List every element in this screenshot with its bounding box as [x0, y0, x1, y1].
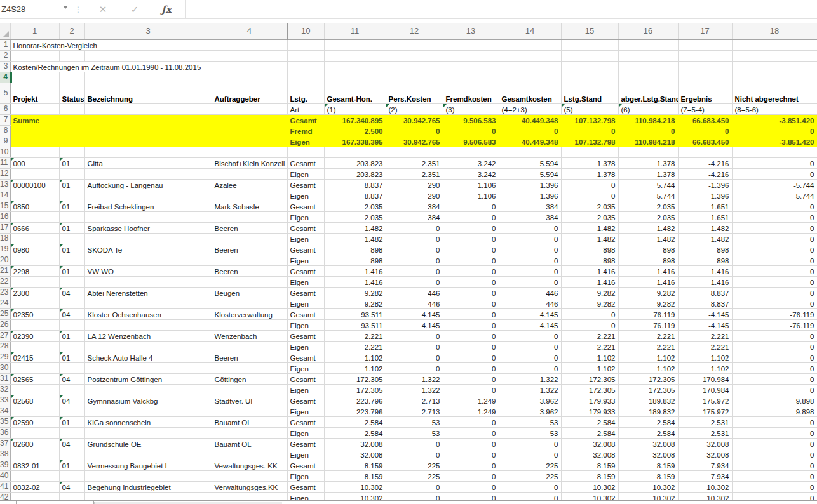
- cell[interactable]: 0: [386, 233, 443, 244]
- cell[interactable]: 1.482: [561, 222, 618, 233]
- cell[interactable]: 2.221: [678, 341, 732, 352]
- cell[interactable]: 32.008: [618, 449, 678, 460]
- row-header[interactable]: 21: [0, 265, 10, 276]
- cell[interactable]: [212, 72, 287, 83]
- column-header[interactable]: 1: [10, 23, 59, 39]
- cell[interactable]: 167.338.395: [324, 136, 386, 147]
- cell[interactable]: 2.221: [561, 341, 618, 352]
- cell[interactable]: 172.305: [618, 373, 678, 384]
- cell[interactable]: [324, 61, 386, 72]
- cell[interactable]: 172.305: [618, 384, 678, 395]
- cell[interactable]: 0: [499, 362, 561, 373]
- enter-button[interactable]: ✓: [126, 4, 144, 15]
- cell[interactable]: 0: [732, 287, 817, 298]
- cell[interactable]: 0: [732, 244, 817, 255]
- row-header[interactable]: 15: [0, 201, 10, 211]
- cell[interactable]: 2.221: [678, 330, 732, 341]
- cell[interactable]: 0980: [10, 244, 59, 255]
- cell[interactable]: 0: [499, 438, 561, 449]
- cell[interactable]: 0: [386, 438, 443, 449]
- cell[interactable]: -5.744: [732, 190, 817, 201]
- cell[interactable]: [499, 50, 561, 61]
- cell[interactable]: [59, 72, 84, 83]
- cell[interactable]: [499, 61, 561, 72]
- cell[interactable]: [59, 233, 84, 244]
- cell[interactable]: 01: [59, 244, 84, 255]
- cell[interactable]: 0: [443, 308, 499, 319]
- cell[interactable]: Eigen: [287, 362, 324, 373]
- cell[interactable]: [212, 449, 287, 460]
- cell[interactable]: [678, 147, 732, 157]
- cell[interactable]: 0: [561, 319, 618, 330]
- cell[interactable]: 8.837: [324, 179, 386, 190]
- cell[interactable]: [59, 255, 84, 265]
- cell[interactable]: 0: [443, 470, 499, 481]
- cell[interactable]: [212, 168, 287, 179]
- cell[interactable]: 0: [443, 341, 499, 352]
- cell[interactable]: (3): [443, 103, 499, 114]
- cell[interactable]: 175.972: [678, 406, 732, 416]
- cell[interactable]: -4.145: [678, 319, 732, 330]
- formula-bar-handle-icon[interactable]: ⋮: [72, 0, 84, 18]
- cell[interactable]: 2.584: [561, 427, 618, 438]
- cell[interactable]: 446: [499, 287, 561, 298]
- cell[interactable]: 107.132.798: [561, 136, 618, 147]
- row-header[interactable]: 36: [0, 427, 10, 438]
- cell[interactable]: Lstg.: [287, 83, 324, 103]
- cell[interactable]: 0: [443, 438, 499, 449]
- cell[interactable]: [212, 298, 287, 308]
- cell[interactable]: 01: [59, 157, 84, 168]
- cell[interactable]: [10, 50, 59, 61]
- cell[interactable]: Lstg.Stand: [561, 83, 618, 103]
- row-header[interactable]: 20: [0, 255, 10, 265]
- cell[interactable]: 1.416: [618, 276, 678, 287]
- row-header[interactable]: 34: [0, 406, 10, 416]
- row-header[interactable]: 9: [0, 136, 10, 147]
- cell[interactable]: [212, 276, 287, 287]
- cell[interactable]: 1.396: [499, 190, 561, 201]
- cell[interactable]: 0832-02: [10, 481, 59, 492]
- cell[interactable]: Beeren: [212, 352, 287, 362]
- cell[interactable]: 2.351: [386, 168, 443, 179]
- cell[interactable]: 04: [59, 438, 84, 449]
- cell[interactable]: 223.796: [324, 395, 386, 406]
- cell[interactable]: Eigen: [287, 233, 324, 244]
- cell[interactable]: 0: [386, 125, 443, 136]
- row-header[interactable]: 22: [0, 276, 10, 287]
- cell[interactable]: [212, 211, 287, 222]
- cell[interactable]: 8.837: [324, 190, 386, 201]
- row-header[interactable]: 24: [0, 298, 10, 308]
- cell[interactable]: [10, 136, 59, 147]
- cell[interactable]: 290: [386, 190, 443, 201]
- cell[interactable]: 9.282: [561, 287, 618, 298]
- cell[interactable]: 167.340.895: [324, 114, 386, 125]
- cell[interactable]: Eigen: [287, 341, 324, 352]
- cell[interactable]: 0: [443, 481, 499, 492]
- cell[interactable]: 0: [443, 298, 499, 308]
- cell[interactable]: Wenzenbach: [212, 330, 287, 341]
- cell[interactable]: 32.008: [324, 449, 386, 460]
- cell[interactable]: 2.584: [618, 427, 678, 438]
- cell[interactable]: 0: [443, 211, 499, 222]
- row-header[interactable]: 23: [0, 287, 10, 298]
- cell[interactable]: [84, 298, 212, 308]
- cell[interactable]: Postzentrum Göttingen: [84, 373, 212, 384]
- cell[interactable]: [59, 276, 84, 287]
- row-header[interactable]: 38: [0, 449, 10, 460]
- cell[interactable]: 179.933: [561, 406, 618, 416]
- cell[interactable]: Freibad Scheklingen: [84, 201, 212, 211]
- cell[interactable]: 5.744: [618, 179, 678, 190]
- cell[interactable]: [212, 125, 287, 136]
- row-header[interactable]: 11: [0, 157, 10, 168]
- row-header[interactable]: 1: [0, 39, 10, 50]
- cell[interactable]: 0: [443, 352, 499, 362]
- cell[interactable]: 01: [59, 222, 84, 233]
- cell[interactable]: [443, 39, 499, 50]
- cell[interactable]: 0: [443, 373, 499, 384]
- cell[interactable]: 000: [10, 157, 59, 168]
- cell[interactable]: 107.132.798: [561, 114, 618, 125]
- row-header[interactable]: 14: [0, 190, 10, 201]
- cell[interactable]: Beeren: [212, 244, 287, 255]
- cell[interactable]: [59, 211, 84, 222]
- cell[interactable]: 0: [443, 276, 499, 287]
